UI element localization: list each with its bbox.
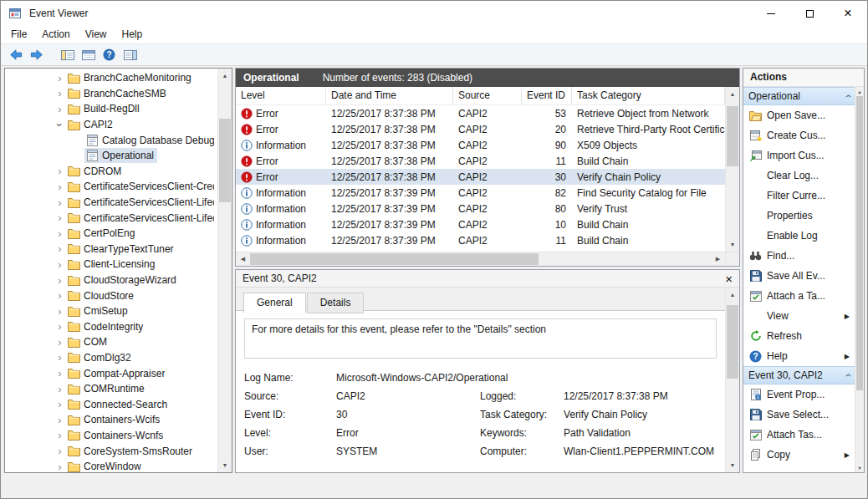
- tab-details[interactable]: Details: [307, 293, 365, 313]
- menu-view[interactable]: View: [78, 26, 115, 43]
- tree-item-containers-wcifs[interactable]: ›Containers-Wcifs: [5, 412, 217, 428]
- action-section-operational[interactable]: Operational›: [743, 87, 855, 105]
- scroll-down-icon[interactable]: ▼: [726, 458, 739, 472]
- tree-item-certpoleng[interactable]: ›CertPolEng: [5, 226, 217, 242]
- scroll-down-icon[interactable]: ▼: [855, 463, 864, 472]
- detail-scrollbar[interactable]: ▲ ▼: [725, 288, 739, 472]
- expand-chevron-icon[interactable]: ›: [54, 430, 66, 440]
- expand-chevron-icon[interactable]: ›: [54, 306, 66, 317]
- action-event-prop[interactable]: Event Prop...: [743, 384, 855, 405]
- action-help[interactable]: ?Help▶: [743, 346, 855, 366]
- expand-chevron-icon[interactable]: ›: [54, 461, 66, 472]
- action-clear-log[interactable]: Clear Log...: [743, 165, 855, 186]
- tree-item-certificateservicesclient-lifec[interactable]: ›CertificateServicesClient-Lifec: [5, 195, 217, 211]
- expand-chevron-icon[interactable]: ›: [54, 212, 66, 223]
- actions-scrollbar-track[interactable]: [855, 96, 864, 463]
- expand-chevron-icon[interactable]: ›: [54, 352, 66, 363]
- back-button[interactable]: [5, 45, 26, 64]
- action-save-all-ev[interactable]: Save All Ev...: [743, 266, 855, 286]
- action-section-event-30-capi2[interactable]: Event 30, CAPI2›: [743, 366, 855, 384]
- action-attach-a-ta[interactable]: Attach a Ta...: [743, 286, 855, 306]
- tree-item-comruntime[interactable]: ›COMRuntime: [5, 381, 217, 397]
- tree-item-codeintegrity[interactable]: ›CodeIntegrity: [5, 319, 217, 335]
- minimize-button[interactable]: [752, 1, 790, 26]
- events-scrollbar-vertical[interactable]: ▲ ▼: [725, 87, 739, 252]
- close-button[interactable]: ×: [829, 1, 867, 26]
- actions-scrollbar[interactable]: ▲ ▼: [855, 87, 864, 472]
- tree-item-cleartypetexttuner[interactable]: ›ClearTypeTextTuner: [5, 242, 217, 257]
- tree-scrollbar[interactable]: ▲ ▼: [217, 69, 232, 472]
- action-find[interactable]: Find...: [743, 246, 855, 266]
- action-properties[interactable]: Properties: [743, 206, 855, 226]
- scroll-right-icon[interactable]: ▶: [711, 252, 725, 266]
- tree-item-com[interactable]: ›COM: [5, 334, 217, 350]
- tree-item-compat-appraiser[interactable]: ›Compat-Appraiser: [5, 365, 217, 381]
- tree-item-operational[interactable]: Operational: [5, 148, 217, 164]
- action-enable-log[interactable]: Enable Log: [743, 226, 855, 246]
- action-import-cus[interactable]: Import Cus...: [743, 145, 855, 165]
- scroll-up-icon[interactable]: ▲: [726, 87, 739, 101]
- scroll-up-icon[interactable]: ▲: [726, 288, 739, 302]
- expand-chevron-icon[interactable]: ›: [54, 243, 66, 254]
- event-row[interactable]: Information12/25/2017 8:37:39 PMCAPI282F…: [236, 185, 725, 201]
- events-hscrollbar-track[interactable]: [250, 252, 711, 266]
- event-row[interactable]: Information12/25/2017 8:37:39 PMCAPI211B…: [236, 232, 725, 248]
- collapse-section-icon[interactable]: ›: [843, 374, 853, 377]
- expand-chevron-icon[interactable]: ›: [54, 73, 66, 84]
- expand-chevron-icon[interactable]: ›: [54, 181, 66, 192]
- detail-scrollbar-thumb[interactable]: [727, 305, 738, 379]
- expand-chevron-icon[interactable]: ›: [54, 228, 66, 239]
- maximize-button[interactable]: [790, 1, 829, 26]
- expand-chevron-icon[interactable]: ›: [54, 446, 66, 456]
- tree-scrollbar-thumb[interactable]: [219, 119, 231, 202]
- menu-help[interactable]: Help: [115, 26, 151, 43]
- expand-chevron-icon[interactable]: ›: [54, 290, 66, 301]
- event-row[interactable]: Information12/25/2017 8:37:39 PMCAPI280V…: [236, 201, 725, 216]
- tree-item-cdrom[interactable]: ›CDROM: [5, 164, 217, 180]
- expand-chevron-icon[interactable]: ›: [54, 321, 66, 332]
- tree-item-catalog-database-debug[interactable]: Catalog Database Debug: [5, 132, 217, 148]
- scroll-left-icon[interactable]: ◀: [236, 252, 250, 266]
- tree-item-containers-wcnfs[interactable]: ›Containers-Wcnfs: [5, 428, 217, 444]
- action-copy[interactable]: Copy▶: [743, 445, 855, 465]
- show-action-pane-button[interactable]: [120, 45, 140, 64]
- expand-chevron-icon[interactable]: ›: [54, 259, 66, 270]
- action-save-select[interactable]: Save Select...: [743, 405, 855, 425]
- tree-item-certificateservicesclient-cred[interactable]: ›CertificateServicesClient-Cred: [5, 179, 217, 195]
- event-row[interactable]: Error12/25/2017 8:37:38 PMCAPI230Verify …: [236, 169, 725, 185]
- help-button[interactable]: ?: [99, 45, 120, 64]
- column-header-task-category[interactable]: Task Category: [572, 87, 725, 104]
- expand-chevron-icon[interactable]: ›: [54, 337, 66, 348]
- tree-item-coresystem-smsrouter[interactable]: ›CoreSystem-SmsRouter: [5, 443, 217, 459]
- tree-item-client-licensing[interactable]: ›Client-Licensing: [5, 257, 217, 272]
- tree-item-cmisetup[interactable]: ›CmiSetup: [5, 303, 217, 319]
- detail-scrollbar-track[interactable]: [726, 302, 739, 458]
- column-header-date-and-time[interactable]: Date and Time: [326, 87, 453, 104]
- tab-general[interactable]: General: [243, 293, 306, 313]
- action-open-save[interactable]: Open Save...: [743, 105, 855, 125]
- scroll-down-icon[interactable]: ▼: [218, 458, 232, 472]
- expand-chevron-icon[interactable]: ›: [54, 275, 66, 286]
- action-view[interactable]: View▶: [743, 306, 855, 326]
- properties-window-button[interactable]: [78, 45, 99, 64]
- expand-chevron-icon[interactable]: ›: [54, 415, 66, 425]
- tree-scrollbar-track[interactable]: [218, 83, 232, 458]
- tree-item-build-regdll[interactable]: ›Build-RegDll: [5, 101, 217, 117]
- tree-item-comdlg32[interactable]: ›ComDlg32: [5, 350, 217, 366]
- scroll-up-icon[interactable]: ▲: [218, 69, 232, 83]
- detail-close-icon[interactable]: ×: [725, 272, 733, 285]
- actions-scrollbar-thumb[interactable]: [856, 96, 863, 390]
- tree-item-cloudstore[interactable]: ›CloudStore: [5, 288, 217, 303]
- expand-chevron-icon[interactable]: ›: [54, 104, 66, 115]
- action-create-cus[interactable]: Create Cus...: [743, 125, 855, 145]
- expand-chevron-icon[interactable]: ›: [54, 368, 66, 379]
- column-header-level[interactable]: Level: [236, 87, 326, 104]
- tree-item-corewindow[interactable]: ›CoreWindow: [5, 459, 217, 472]
- tree-item-branchcachemonitoring[interactable]: ›BranchCacheMonitoring: [5, 70, 217, 86]
- events-scrollbar-thumb[interactable]: [727, 106, 738, 166]
- action-filter-curre[interactable]: Filter Curre...: [743, 186, 855, 206]
- tree-item-branchcachesmb[interactable]: ›BranchCacheSMB: [5, 86, 217, 102]
- event-row[interactable]: Information12/25/2017 8:37:39 PMCAPI210B…: [236, 216, 725, 232]
- expand-chevron-icon[interactable]: ›: [54, 88, 66, 99]
- scroll-up-icon[interactable]: ▲: [855, 87, 864, 96]
